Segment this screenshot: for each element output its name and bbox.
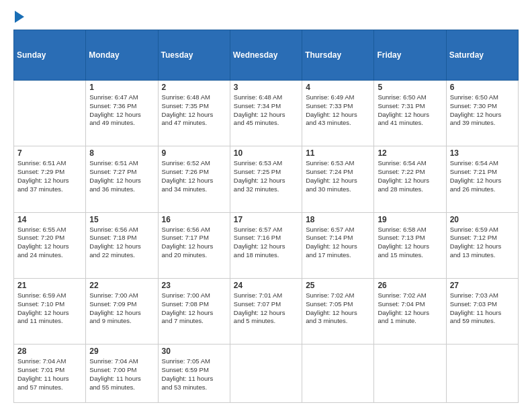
- day-info: Sunrise: 6:51 AMSunset: 7:29 PMDaylight:…: [17, 159, 82, 193]
- day-info: Sunrise: 6:59 AMSunset: 7:12 PMDaylight:…: [450, 226, 515, 260]
- calendar-cell: 5Sunrise: 6:50 AMSunset: 7:31 PMDaylight…: [374, 81, 446, 146]
- day-info: Sunrise: 6:55 AMSunset: 7:20 PMDaylight:…: [17, 226, 82, 260]
- calendar-cell: 21Sunrise: 6:59 AMSunset: 7:10 PMDayligh…: [14, 278, 86, 344]
- day-number: 28: [17, 347, 82, 356]
- calendar-cell: 30Sunrise: 7:05 AMSunset: 6:59 PMDayligh…: [158, 345, 230, 403]
- calendar-cell: 23Sunrise: 7:00 AMSunset: 7:08 PMDayligh…: [158, 278, 230, 344]
- day-number: 5: [378, 83, 442, 92]
- day-number: 4: [306, 83, 370, 92]
- day-info: Sunrise: 6:56 AMSunset: 7:18 PMDaylight:…: [89, 226, 154, 260]
- calendar-cell: 7Sunrise: 6:51 AMSunset: 7:29 PMDaylight…: [14, 146, 86, 212]
- calendar-cell: 4Sunrise: 6:49 AMSunset: 7:33 PMDaylight…: [302, 81, 374, 146]
- day-info: Sunrise: 7:04 AMSunset: 7:00 PMDaylight:…: [89, 357, 154, 392]
- logo: [13, 12, 24, 23]
- day-info: Sunrise: 6:54 AMSunset: 7:21 PMDaylight:…: [450, 159, 515, 193]
- day-number: 16: [162, 215, 226, 224]
- day-info: Sunrise: 7:00 AMSunset: 7:09 PMDaylight:…: [89, 291, 154, 326]
- calendar-cell: 26Sunrise: 7:02 AMSunset: 7:04 PMDayligh…: [374, 278, 446, 344]
- day-number: 26: [378, 281, 442, 290]
- calendar-cell: 20Sunrise: 6:59 AMSunset: 7:12 PMDayligh…: [446, 212, 518, 278]
- day-number: 18: [306, 215, 370, 224]
- calendar-cell: 1Sunrise: 6:47 AMSunset: 7:36 PMDaylight…: [86, 81, 158, 146]
- day-info: Sunrise: 7:00 AMSunset: 7:08 PMDaylight:…: [162, 291, 226, 326]
- day-info: Sunrise: 6:56 AMSunset: 7:17 PMDaylight:…: [162, 226, 226, 260]
- calendar-cell: 3Sunrise: 6:48 AMSunset: 7:34 PMDaylight…: [230, 81, 302, 146]
- logo-arrow-icon: [15, 11, 24, 23]
- day-info: Sunrise: 7:02 AMSunset: 7:05 PMDaylight:…: [306, 291, 370, 326]
- day-number: 29: [89, 347, 154, 356]
- calendar-day-header: Sunday: [14, 30, 86, 81]
- day-number: 9: [162, 148, 226, 158]
- calendar-cell: 29Sunrise: 7:04 AMSunset: 7:00 PMDayligh…: [86, 345, 158, 403]
- calendar-cell: [230, 345, 302, 403]
- calendar-day-header: Saturday: [446, 30, 518, 81]
- day-info: Sunrise: 6:47 AMSunset: 7:36 PMDaylight:…: [89, 93, 154, 128]
- calendar-cell: [374, 345, 446, 403]
- day-info: Sunrise: 6:58 AMSunset: 7:13 PMDaylight:…: [378, 226, 442, 260]
- calendar-cell: 22Sunrise: 7:00 AMSunset: 7:09 PMDayligh…: [86, 278, 158, 344]
- calendar-cell: 19Sunrise: 6:58 AMSunset: 7:13 PMDayligh…: [374, 212, 446, 278]
- day-info: Sunrise: 7:03 AMSunset: 7:03 PMDaylight:…: [450, 291, 515, 326]
- day-number: 15: [89, 215, 154, 224]
- day-info: Sunrise: 6:52 AMSunset: 7:26 PMDaylight:…: [162, 159, 226, 193]
- day-number: 12: [378, 148, 442, 158]
- day-number: 19: [378, 215, 442, 224]
- day-number: 22: [89, 281, 154, 290]
- day-number: 27: [450, 281, 515, 290]
- day-number: 7: [17, 148, 82, 158]
- calendar-cell: 8Sunrise: 6:51 AMSunset: 7:27 PMDaylight…: [86, 146, 158, 212]
- calendar-day-header: Wednesday: [230, 30, 302, 81]
- day-number: 21: [17, 281, 82, 290]
- calendar-day-header: Tuesday: [158, 30, 230, 81]
- day-info: Sunrise: 6:49 AMSunset: 7:33 PMDaylight:…: [306, 93, 370, 128]
- day-number: 11: [306, 148, 370, 158]
- day-number: 1: [89, 83, 154, 92]
- calendar-cell: 27Sunrise: 7:03 AMSunset: 7:03 PMDayligh…: [446, 278, 518, 344]
- day-number: 30: [162, 347, 226, 356]
- calendar-table: SundayMondayTuesdayWednesdayThursdayFrid…: [13, 30, 519, 403]
- calendar-cell: 16Sunrise: 6:56 AMSunset: 7:17 PMDayligh…: [158, 212, 230, 278]
- calendar-cell: 6Sunrise: 6:50 AMSunset: 7:30 PMDaylight…: [446, 81, 518, 146]
- calendar-cell: 10Sunrise: 6:53 AMSunset: 7:25 PMDayligh…: [230, 146, 302, 212]
- day-info: Sunrise: 6:53 AMSunset: 7:24 PMDaylight:…: [306, 159, 370, 193]
- calendar-cell: 12Sunrise: 6:54 AMSunset: 7:22 PMDayligh…: [374, 146, 446, 212]
- day-info: Sunrise: 6:54 AMSunset: 7:22 PMDaylight:…: [378, 159, 442, 193]
- calendar-cell: 25Sunrise: 7:02 AMSunset: 7:05 PMDayligh…: [302, 278, 374, 344]
- day-info: Sunrise: 7:05 AMSunset: 6:59 PMDaylight:…: [162, 357, 226, 392]
- calendar-cell: 2Sunrise: 6:48 AMSunset: 7:35 PMDaylight…: [158, 81, 230, 146]
- day-number: 2: [162, 83, 226, 92]
- day-number: 20: [450, 215, 515, 224]
- day-number: 10: [234, 148, 298, 158]
- day-number: 24: [234, 281, 298, 290]
- day-info: Sunrise: 6:48 AMSunset: 7:35 PMDaylight:…: [162, 93, 226, 128]
- day-number: 14: [17, 215, 82, 224]
- calendar-day-header: Friday: [374, 30, 446, 81]
- calendar-cell: 11Sunrise: 6:53 AMSunset: 7:24 PMDayligh…: [302, 146, 374, 212]
- day-info: Sunrise: 6:57 AMSunset: 7:16 PMDaylight:…: [234, 226, 298, 260]
- day-info: Sunrise: 7:01 AMSunset: 7:07 PMDaylight:…: [234, 291, 298, 326]
- calendar-cell: [14, 81, 86, 146]
- header: [13, 12, 519, 23]
- calendar-cell: 28Sunrise: 7:04 AMSunset: 7:01 PMDayligh…: [14, 345, 86, 403]
- page: SundayMondayTuesdayWednesdayThursdayFrid…: [0, 0, 532, 411]
- day-number: 13: [450, 148, 515, 158]
- calendar-cell: [446, 345, 518, 403]
- calendar-cell: 9Sunrise: 6:52 AMSunset: 7:26 PMDaylight…: [158, 146, 230, 212]
- day-info: Sunrise: 6:50 AMSunset: 7:31 PMDaylight:…: [378, 93, 442, 128]
- day-info: Sunrise: 6:57 AMSunset: 7:14 PMDaylight:…: [306, 226, 370, 260]
- calendar-cell: [302, 345, 374, 403]
- day-info: Sunrise: 6:50 AMSunset: 7:30 PMDaylight:…: [450, 93, 515, 128]
- calendar-cell: 18Sunrise: 6:57 AMSunset: 7:14 PMDayligh…: [302, 212, 374, 278]
- day-info: Sunrise: 6:59 AMSunset: 7:10 PMDaylight:…: [17, 291, 82, 326]
- day-number: 6: [450, 83, 515, 92]
- calendar-cell: 14Sunrise: 6:55 AMSunset: 7:20 PMDayligh…: [14, 212, 86, 278]
- calendar-cell: 17Sunrise: 6:57 AMSunset: 7:16 PMDayligh…: [230, 212, 302, 278]
- day-info: Sunrise: 6:51 AMSunset: 7:27 PMDaylight:…: [89, 159, 154, 193]
- day-number: 25: [306, 281, 370, 290]
- calendar-day-header: Thursday: [302, 30, 374, 81]
- day-number: 23: [162, 281, 226, 290]
- day-info: Sunrise: 7:02 AMSunset: 7:04 PMDaylight:…: [378, 291, 442, 326]
- day-info: Sunrise: 6:48 AMSunset: 7:34 PMDaylight:…: [234, 93, 298, 128]
- calendar-day-header: Monday: [86, 30, 158, 81]
- day-info: Sunrise: 7:04 AMSunset: 7:01 PMDaylight:…: [17, 357, 82, 392]
